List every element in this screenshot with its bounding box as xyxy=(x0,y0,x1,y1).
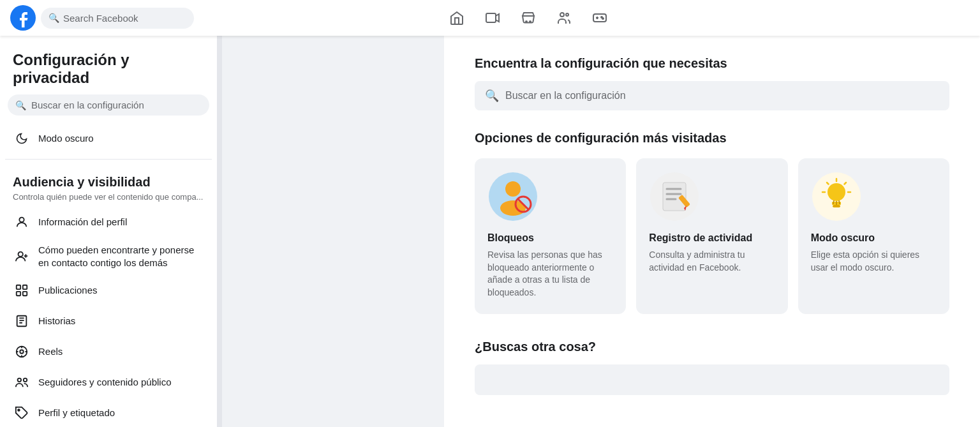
grid-icon xyxy=(13,281,31,299)
svg-rect-6 xyxy=(593,14,606,22)
svg-point-38 xyxy=(828,183,845,201)
svg-rect-14 xyxy=(23,292,27,296)
sidebar-item-contact[interactable]: Cómo pueden encontrarte y ponerse en con… xyxy=(5,237,212,275)
svg-rect-40 xyxy=(833,205,840,207)
tag-icon xyxy=(13,404,31,422)
person-add-icon xyxy=(13,248,31,266)
reels-label: Reels xyxy=(38,345,63,358)
activity-card-title: Registro de actividad xyxy=(649,232,775,244)
svg-line-46 xyxy=(833,200,834,204)
options-cards: Bloqueos Revisa las personas que has blo… xyxy=(475,158,949,314)
sidebar-item-profile-info[interactable]: Información del perfil xyxy=(5,207,212,237)
topnav-search-text: Search Facebook xyxy=(63,13,138,24)
svg-line-48 xyxy=(839,200,840,204)
profile-tag-label: Perfil y etiquetado xyxy=(38,407,115,419)
svg-point-5 xyxy=(566,13,568,16)
svg-point-10 xyxy=(19,251,23,256)
sidebar-search-box[interactable]: 🔍 Buscar en la configuración xyxy=(8,94,209,116)
svg-point-3 xyxy=(530,21,531,22)
main-content: Encuentra la configuración que necesitas… xyxy=(444,36,980,427)
main-layout: Configuración y privacidad 🔍 Buscar en l… xyxy=(0,36,980,427)
audience-section-desc: Controla quién puede ver el contenido qu… xyxy=(5,192,212,207)
svg-point-8 xyxy=(602,18,604,19)
options-heading: Opciones de configuración más visitadas xyxy=(475,131,949,146)
content-search-placeholder: Buscar en la configuración xyxy=(505,90,626,101)
gaming-nav-icon[interactable] xyxy=(584,5,615,31)
topnav-search-box[interactable]: 🔍 Search Facebook xyxy=(41,8,194,29)
dark-mode-icon xyxy=(13,130,31,147)
svg-point-20 xyxy=(18,409,20,411)
followers-label: Seguidores y contenido público xyxy=(38,376,171,389)
dark-mode-card-icon xyxy=(811,171,862,222)
sidebar-divider-1 xyxy=(5,159,212,160)
topnav-center xyxy=(214,5,842,31)
stories-icon xyxy=(13,312,31,330)
svg-line-42 xyxy=(844,183,846,184)
profile-info-label: Información del perfil xyxy=(38,216,127,228)
sidebar-item-publications[interactable]: Publicaciones xyxy=(5,275,212,306)
video-nav-icon[interactable] xyxy=(477,5,508,31)
sidebar-item-followers[interactable]: Seguidores y contenido público xyxy=(5,367,212,398)
activity-card-desc: Consulta y administra tu actividad en Fa… xyxy=(649,249,775,274)
svg-point-19 xyxy=(24,378,27,382)
topnav: 🔍 Search Facebook xyxy=(0,0,980,36)
dark-mode-label: Modo oscuro xyxy=(38,132,94,145)
groups-nav-icon[interactable] xyxy=(549,5,579,31)
sidebar-item-stories[interactable]: Historias xyxy=(5,306,212,336)
facebook-logo-icon[interactable] xyxy=(10,5,36,31)
blocks-card-desc: Revisa las personas que has bloqueado an… xyxy=(487,249,613,299)
followers-icon xyxy=(13,373,31,391)
publications-label: Publicaciones xyxy=(38,284,98,297)
audience-section-title: Audiencia y visibilidad xyxy=(5,165,212,192)
activity-card-icon xyxy=(649,171,700,222)
dark-mode-card-title: Modo oscuro xyxy=(811,232,937,244)
stories-label: Historias xyxy=(38,315,75,327)
home-nav-icon[interactable] xyxy=(442,5,472,31)
sidebar-divider-col xyxy=(217,36,222,427)
svg-rect-12 xyxy=(23,285,27,289)
blocks-option-card[interactable]: Bloqueos Revisa las personas que has blo… xyxy=(475,158,626,314)
buscas-search-bar[interactable] xyxy=(475,364,949,395)
find-config-heading: Encuentra la configuración que necesitas xyxy=(475,56,949,71)
sidebar-item-dark-mode[interactable]: Modo oscuro xyxy=(5,123,212,154)
reels-icon xyxy=(13,343,31,361)
svg-rect-11 xyxy=(17,285,20,289)
person-icon xyxy=(13,213,31,231)
svg-rect-13 xyxy=(17,292,20,296)
svg-point-17 xyxy=(20,350,24,354)
blocks-card-title: Bloqueos xyxy=(487,232,613,244)
topnav-search-icon: 🔍 xyxy=(48,13,59,23)
contact-label: Cómo pueden encontrarte y ponerse en con… xyxy=(38,244,204,269)
activity-option-card[interactable]: Registro de actividad Consulta y adminis… xyxy=(636,158,787,314)
sidebar-title: Configuración y privacidad xyxy=(5,46,212,94)
sidebar-search-label: Buscar en la configuración xyxy=(31,100,144,110)
sidebar: Configuración y privacidad 🔍 Buscar en l… xyxy=(0,36,217,427)
svg-point-9 xyxy=(19,218,24,222)
sidebar-item-reels[interactable]: Reels xyxy=(5,336,212,367)
svg-line-44 xyxy=(827,183,829,184)
topnav-left: 🔍 Search Facebook xyxy=(10,5,214,31)
svg-point-4 xyxy=(560,13,564,17)
marketplace-nav-icon[interactable] xyxy=(513,5,544,31)
buscas-heading: ¿Buscas otra cosa? xyxy=(475,340,949,354)
sidebar-search-icon: 🔍 xyxy=(15,100,26,110)
dark-mode-card-desc: Elige esta opción si quieres usar el mod… xyxy=(811,249,937,274)
svg-point-2 xyxy=(526,21,527,22)
svg-rect-1 xyxy=(486,13,496,22)
blocks-card-icon xyxy=(487,171,538,222)
svg-point-18 xyxy=(18,378,21,382)
svg-point-26 xyxy=(505,181,521,197)
content-search-box[interactable]: 🔍 Buscar en la configuración xyxy=(475,81,949,110)
sidebar-item-profile-tag[interactable]: Perfil y etiquetado xyxy=(5,398,212,427)
content-search-icon: 🔍 xyxy=(485,89,499,103)
dark-mode-option-card[interactable]: Modo oscuro Elige esta opción si quieres… xyxy=(798,158,949,314)
